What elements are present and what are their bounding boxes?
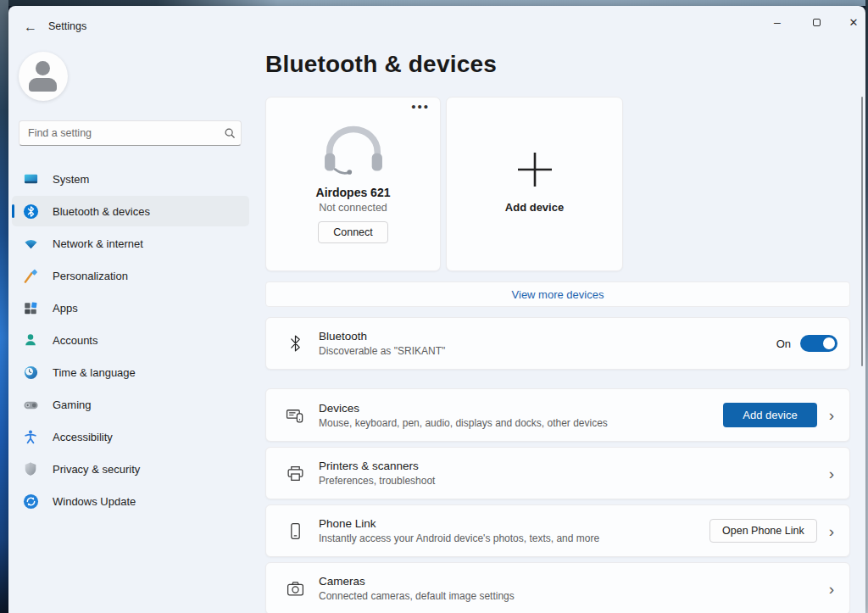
- system-icon: [22, 170, 39, 187]
- scrollbar[interactable]: [861, 97, 863, 366]
- maximize-button[interactable]: [802, 11, 831, 33]
- search-input[interactable]: [19, 127, 219, 139]
- back-button[interactable]: ←: [19, 17, 42, 37]
- bluetooth-icon: [22, 203, 39, 220]
- toggle-state-label: On: [776, 337, 791, 350]
- row-title: Printers & scanners: [319, 460, 817, 472]
- cameras-row[interactable]: Cameras Connected cameras, default image…: [265, 562, 850, 613]
- settings-search: [19, 120, 242, 146]
- sidebar-item-network-internet[interactable]: Network & internet: [12, 228, 249, 259]
- personalization-icon: [22, 267, 39, 284]
- sidebar-item-gaming[interactable]: Gaming: [12, 389, 249, 420]
- devices-icon: [285, 405, 305, 425]
- gaming-icon: [22, 396, 39, 413]
- sidebar-item-label: Bluetooth & devices: [53, 205, 150, 218]
- bluetooth-toggle[interactable]: [800, 335, 837, 352]
- chevron-right-icon[interactable]: ›: [829, 465, 834, 482]
- sidebar-item-label: Network & internet: [53, 237, 143, 250]
- bluetooth-toggle-row: Bluetooth Discoverable as "SRIKANT" On: [265, 317, 850, 370]
- windows-update-icon: [22, 493, 39, 510]
- accounts-icon: [22, 332, 39, 348]
- chevron-right-icon[interactable]: ›: [829, 407, 834, 423]
- toggle-knob: [823, 337, 835, 349]
- desktop-wallpaper-left: [0, 0, 8, 613]
- add-device-button[interactable]: Add device: [723, 403, 816, 427]
- device-card-airdopes: ••• Airdopes 621 Not connected Connect: [265, 97, 441, 271]
- devices-row[interactable]: Devices Mouse, keyboard, pen, audio, dis…: [265, 388, 850, 442]
- minimize-button[interactable]: –: [763, 11, 792, 33]
- row-subtitle: Connected cameras, default image setting…: [319, 590, 817, 602]
- sidebar-item-accessibility[interactable]: Accessibility: [12, 421, 249, 452]
- sidebar-item-label: Apps: [53, 302, 78, 315]
- time-language-icon: [22, 364, 39, 381]
- page-title: Bluetooth & devices: [265, 51, 497, 78]
- sidebar-item-personalization[interactable]: Personalization: [12, 260, 249, 291]
- sidebar-item-time-language[interactable]: Time & language: [12, 357, 249, 387]
- row-title: Devices: [319, 402, 723, 415]
- row-title: Phone Link: [319, 517, 709, 530]
- sidebar-item-label: Gaming: [53, 398, 92, 411]
- settings-window: ← Settings – ✕ System: [8, 6, 865, 613]
- connect-button[interactable]: Connect: [318, 221, 388, 243]
- sidebar-item-accounts[interactable]: Accounts: [12, 325, 249, 355]
- device-status: Not connected: [266, 202, 440, 214]
- sidebar-item-windows-update[interactable]: Windows Update: [12, 486, 249, 516]
- accessibility-icon: [22, 428, 39, 445]
- apps-icon: [22, 299, 39, 316]
- search-icon[interactable]: [219, 127, 241, 139]
- sidebar-item-label: System: [53, 173, 89, 186]
- headset-icon: [316, 123, 391, 179]
- phone-icon: [285, 521, 305, 541]
- add-device-card[interactable]: Add device: [446, 97, 623, 271]
- row-subtitle: Mouse, keyboard, pen, audio, displays an…: [319, 417, 723, 429]
- sidebar-item-apps[interactable]: Apps: [12, 293, 249, 323]
- sidebar-item-system[interactable]: System: [12, 164, 249, 194]
- selected-indicator: [12, 204, 14, 218]
- device-more-options-icon[interactable]: •••: [411, 99, 430, 114]
- sidebar-item-label: Accounts: [53, 334, 97, 347]
- sidebar-item-privacy-security[interactable]: Privacy & security: [12, 454, 249, 484]
- device-name: Airdopes 621: [266, 186, 440, 199]
- printer-icon: [285, 464, 305, 483]
- open-phone-link-button[interactable]: Open Phone Link: [709, 519, 817, 543]
- screen: ← Settings – ✕ System: [0, 0, 868, 613]
- close-button[interactable]: ✕: [839, 11, 868, 33]
- settings-navigation: System Bluetooth & devices Network & int…: [12, 164, 249, 518]
- user-avatar[interactable]: [19, 52, 68, 101]
- plus-icon: [515, 150, 554, 189]
- sidebar-item-label: Accessibility: [53, 431, 113, 443]
- avatar-person-icon: [36, 61, 50, 75]
- add-device-label: Add device: [505, 201, 564, 214]
- view-more-devices-button[interactable]: View more devices: [265, 281, 850, 307]
- chevron-right-icon[interactable]: ›: [829, 523, 834, 539]
- bluetooth-glyph-icon: [285, 334, 305, 353]
- bluetooth-row-title: Bluetooth: [319, 330, 776, 343]
- row-title: Cameras: [319, 575, 817, 588]
- printers-scanners-row[interactable]: Printers & scanners Preferences, trouble…: [265, 447, 850, 499]
- sidebar-item-label: Personalization: [53, 270, 128, 282]
- bluetooth-row-subtitle: Discoverable as "SRIKANT": [319, 345, 776, 357]
- network-icon: [22, 235, 39, 252]
- camera-icon: [285, 579, 305, 599]
- maximize-icon: [813, 19, 821, 26]
- window-title: Settings: [48, 20, 86, 32]
- sidebar-item-label: Time & language: [53, 366, 136, 379]
- row-subtitle: Preferences, troubleshoot: [319, 475, 817, 487]
- sidebar-item-label: Privacy & security: [53, 463, 140, 476]
- chevron-right-icon[interactable]: ›: [829, 581, 834, 597]
- row-subtitle: Instantly access your Android device's p…: [319, 532, 709, 544]
- phone-link-row[interactable]: Phone Link Instantly access your Android…: [265, 504, 850, 557]
- sidebar-item-bluetooth-devices[interactable]: Bluetooth & devices: [12, 196, 249, 226]
- privacy-icon: [22, 460, 39, 477]
- sidebar-item-label: Windows Update: [53, 495, 136, 508]
- desktop-wallpaper-top: [0, 0, 868, 6]
